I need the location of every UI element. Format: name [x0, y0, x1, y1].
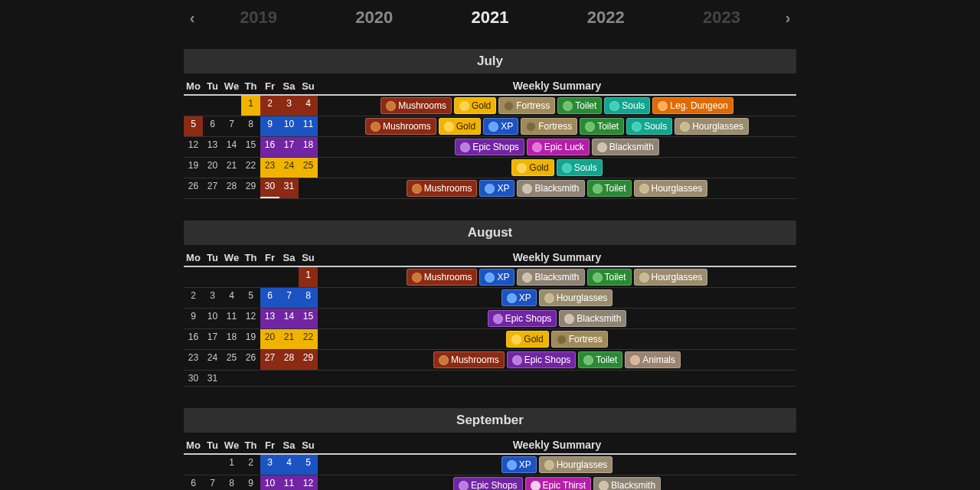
day-cell[interactable]: 24 — [279, 158, 299, 178]
event-blacksmith[interactable]: Blacksmith — [517, 180, 584, 197]
day-cell[interactable]: 18 — [222, 329, 241, 349]
day-cell[interactable]: 23 — [260, 158, 279, 178]
event-hourglasses[interactable]: Hourglasses — [675, 118, 749, 135]
day-cell[interactable]: 8 — [222, 475, 241, 490]
event-gold[interactable]: Gold — [439, 118, 481, 135]
event-blacksmith[interactable]: Blacksmith — [517, 269, 584, 286]
day-cell[interactable]: 17 — [203, 329, 222, 349]
day-cell[interactable]: 5 — [299, 455, 318, 475]
day-cell[interactable]: 19 — [241, 329, 260, 349]
day-cell[interactable]: 28 — [279, 350, 299, 370]
day-cell[interactable]: 5 — [241, 288, 260, 308]
day-cell[interactable]: 29 — [299, 350, 318, 370]
day-cell[interactable]: 31 — [203, 371, 222, 386]
day-cell[interactable]: 27 — [260, 350, 279, 370]
day-cell[interactable]: 1 — [222, 455, 241, 475]
day-cell[interactable]: 2 — [241, 455, 260, 475]
day-cell[interactable]: 19 — [184, 158, 203, 178]
day-cell[interactable]: 20 — [203, 158, 222, 178]
event-souls[interactable]: Souls — [557, 159, 603, 176]
prev-year-button[interactable]: ‹ — [184, 9, 201, 27]
event-fortress[interactable]: Fortress — [521, 118, 577, 135]
day-cell[interactable]: 15 — [299, 309, 318, 328]
year-2019[interactable]: 2019 — [201, 8, 316, 28]
event-blacksmith[interactable]: Blacksmith — [559, 310, 626, 327]
day-cell[interactable]: 23 — [184, 350, 203, 370]
day-cell[interactable]: 4 — [279, 455, 299, 475]
day-cell[interactable]: 11 — [222, 309, 241, 328]
event-epicshops[interactable]: Epic Shops — [455, 139, 524, 155]
year-2021[interactable]: 2021 — [432, 8, 547, 28]
event-gold[interactable]: Gold — [454, 97, 496, 114]
day-cell[interactable]: 2 — [260, 96, 279, 116]
day-cell[interactable]: 21 — [222, 158, 241, 178]
day-cell[interactable]: 30 — [184, 371, 203, 386]
day-cell[interactable]: 6 — [260, 288, 279, 308]
day-cell[interactable]: 16 — [184, 329, 203, 349]
event-xp[interactable]: XP — [501, 289, 537, 306]
day-cell[interactable]: 7 — [222, 116, 241, 136]
day-cell[interactable]: 31 — [279, 178, 299, 198]
day-cell[interactable]: 13 — [260, 309, 279, 328]
event-blacksmith[interactable]: Blacksmith — [592, 139, 659, 155]
day-cell[interactable]: 11 — [279, 475, 299, 490]
event-animals[interactable]: Animals — [625, 351, 681, 368]
day-cell[interactable]: 11 — [299, 116, 318, 136]
day-cell[interactable]: 26 — [184, 178, 203, 198]
day-cell[interactable]: 4 — [222, 288, 241, 308]
day-cell[interactable]: 10 — [203, 309, 222, 328]
event-gold[interactable]: Gold — [511, 159, 554, 176]
event-toilet[interactable]: Toilet — [557, 97, 602, 114]
event-epicshops[interactable]: Epic Shops — [488, 310, 557, 327]
day-cell[interactable]: 21 — [279, 329, 299, 349]
event-souls[interactable]: Souls — [604, 97, 650, 114]
event-epicthirst[interactable]: Epic Thirst — [525, 477, 591, 490]
event-blacksmith[interactable]: Blacksmith — [593, 477, 661, 490]
day-cell[interactable]: 24 — [203, 350, 222, 370]
year-2020[interactable]: 2020 — [316, 8, 432, 28]
event-hourglasses[interactable]: Hourglasses — [634, 180, 708, 197]
day-cell[interactable]: 5 — [184, 116, 203, 136]
event-mushrooms[interactable]: Mushrooms — [433, 351, 505, 368]
event-fortress[interactable]: Fortress — [551, 331, 608, 348]
day-cell[interactable]: 18 — [299, 137, 318, 157]
day-cell[interactable]: 22 — [299, 329, 318, 349]
day-cell[interactable]: 1 — [299, 267, 318, 287]
day-cell[interactable]: 28 — [222, 178, 241, 198]
day-cell[interactable]: 7 — [203, 475, 222, 490]
event-xp[interactable]: XP — [501, 456, 537, 473]
day-cell[interactable]: 3 — [203, 288, 222, 308]
day-cell[interactable]: 26 — [241, 350, 260, 370]
year-2022[interactable]: 2022 — [548, 8, 664, 28]
day-cell[interactable]: 2 — [184, 288, 203, 308]
day-cell[interactable]: 10 — [260, 475, 279, 490]
day-cell[interactable]: 12 — [184, 137, 203, 157]
day-cell[interactable]: 6 — [203, 116, 222, 136]
event-mushrooms[interactable]: Mushrooms — [365, 118, 436, 135]
year-2023[interactable]: 2023 — [664, 8, 779, 28]
day-cell[interactable]: 17 — [279, 137, 299, 157]
event-epicshops[interactable]: Epic Shops — [507, 351, 577, 368]
event-legdungeon[interactable]: Leg. Dungeon — [652, 97, 733, 114]
event-xp[interactable]: XP — [479, 180, 514, 197]
day-cell[interactable]: 29 — [241, 178, 260, 198]
day-cell[interactable]: 16 — [260, 137, 279, 157]
event-hourglasses[interactable]: Hourglasses — [539, 289, 613, 306]
day-cell[interactable]: 1 — [241, 96, 260, 116]
event-souls[interactable]: Souls — [626, 118, 672, 135]
day-cell[interactable]: 12 — [299, 475, 318, 490]
day-cell[interactable]: 14 — [222, 137, 241, 157]
day-cell[interactable]: 3 — [260, 455, 279, 475]
event-hourglasses[interactable]: Hourglasses — [539, 456, 613, 473]
event-toilet[interactable]: Toilet — [587, 269, 632, 286]
day-cell[interactable]: 8 — [241, 116, 260, 136]
event-epicshops[interactable]: Epic Shops — [453, 477, 523, 490]
event-xp[interactable]: XP — [479, 269, 514, 286]
day-cell[interactable]: 7 — [279, 288, 299, 308]
event-epicluck[interactable]: Epic Luck — [527, 139, 590, 155]
event-gold[interactable]: Gold — [506, 331, 548, 348]
day-cell[interactable]: 30 — [260, 178, 279, 198]
event-toilet[interactable]: Toilet — [578, 351, 622, 368]
day-cell[interactable]: 12 — [241, 309, 260, 328]
event-toilet[interactable]: Toilet — [580, 118, 624, 135]
